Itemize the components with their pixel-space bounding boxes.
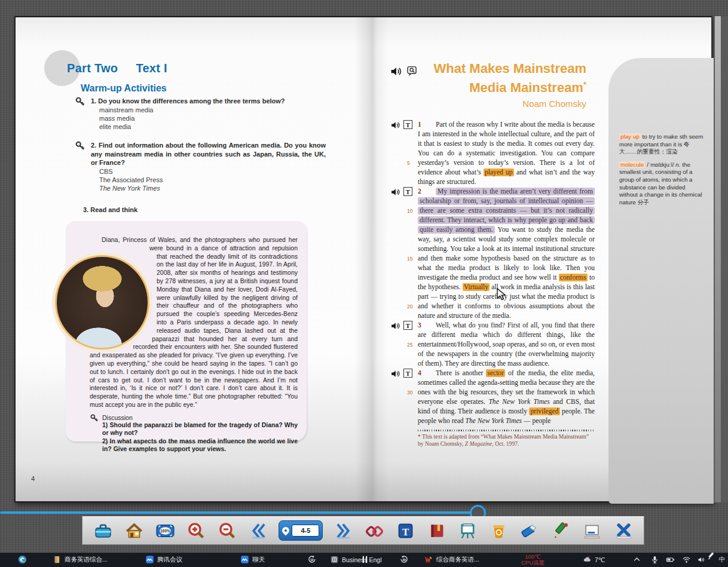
taskbar-meeting[interactable]: 腾讯会议 <box>145 553 182 567</box>
author-name: Noam Chomsky <box>407 99 586 109</box>
audio-icon[interactable] <box>390 120 400 130</box>
line-number: 5 <box>407 158 410 168</box>
warmup-heading: Warm-up Activities <box>81 83 167 94</box>
reading-box: Diana, Princess of Wales, and the photog… <box>66 221 307 442</box>
text-marker-icon[interactable]: T <box>403 321 412 330</box>
zoom-in-button[interactable] <box>185 520 207 541</box>
vocab-pronunciation: /ˈmɒlɪkjuːl/ <box>647 161 674 168</box>
paragraph-number: 1 <box>418 120 436 130</box>
screen: Part TwoText I Warm-up Activities 1. Do … <box>0 0 728 567</box>
speaker-icon <box>697 555 706 565</box>
page-number-left: 4 <box>31 475 35 482</box>
activity-number: 2. <box>91 142 96 149</box>
taskbar-app-5[interactable]: 综合商务英语... <box>424 553 479 567</box>
vocab-list: play upto try to make sth seem more impo… <box>608 58 714 206</box>
minimize-panel-button[interactable] <box>582 520 603 541</box>
skip-forward-20-icon: 20 <box>399 555 408 565</box>
audio-icon[interactable] <box>390 187 400 197</box>
footnote-divider <box>418 430 595 431</box>
weather-widget[interactable]: 7℃ <box>583 553 605 567</box>
zoom-reset-button[interactable]: 100% <box>154 520 176 541</box>
line-number: 15 <box>407 254 412 263</box>
whiteboard-button[interactable] <box>457 520 479 541</box>
taskbar: 商务英语综合... 腾讯会议 聊天 10 Business Engl 20 综合… <box>0 553 728 567</box>
taskbar-app-4[interactable]: Business Engl <box>330 553 382 567</box>
text-marker-icon[interactable]: T <box>403 187 412 196</box>
microphone-icon <box>650 555 659 565</box>
pen-cursor-icon <box>707 551 716 562</box>
vocab-term: play up <box>619 133 641 140</box>
skip-back-10-icon: 10 <box>308 555 317 565</box>
mouse-cursor <box>495 288 507 301</box>
pause-icon <box>360 555 369 565</box>
home-button[interactable] <box>123 520 145 541</box>
previous-page-button[interactable] <box>247 520 269 541</box>
trash-button[interactable] <box>488 520 510 541</box>
key-icon <box>75 96 87 108</box>
close-button[interactable] <box>613 520 634 541</box>
audio-icon[interactable] <box>390 369 400 379</box>
page-gutter <box>355 17 389 501</box>
pen-button[interactable] <box>550 520 572 541</box>
book-spread: Part TwoText I Warm-up Activities 1. Do … <box>14 16 712 502</box>
toolbox-button[interactable] <box>92 520 114 541</box>
vocab-pos: n. <box>675 161 680 168</box>
text-title-block: What Makes Mainstream Media Mainstream* … <box>407 60 586 109</box>
eraser-button[interactable] <box>519 520 541 541</box>
tray-ime[interactable]: 中 <box>719 553 726 567</box>
key-icon <box>90 413 100 424</box>
taskbar-app-1[interactable]: 商务英语综合... <box>53 553 108 567</box>
window-edge <box>714 16 728 502</box>
paragraph-number: 3 <box>418 321 436 330</box>
pen-cursor <box>707 549 716 563</box>
line-number: 30 <box>407 388 412 397</box>
zoom-out-button[interactable] <box>216 520 238 541</box>
text-column: T 5 1Part of the reason why I write abou… <box>418 120 595 448</box>
tray-battery[interactable] <box>666 553 675 567</box>
part-title: Part TwoText I <box>67 62 167 75</box>
vocab-entry: play upto try to make sth seem more impo… <box>619 133 705 156</box>
text-tool-button[interactable]: T <box>395 520 417 541</box>
taskbar-edge[interactable] <box>18 553 27 567</box>
tray-wifi[interactable] <box>682 553 691 567</box>
activity-question: Find out information about the following… <box>91 142 326 166</box>
paragraph-3: T 25 3Well, what do you find? First of a… <box>418 321 595 369</box>
annotation-line <box>0 511 471 514</box>
weather-icon <box>583 555 592 565</box>
chevron-up-icon <box>632 555 641 565</box>
page-indicator[interactable]: 4-5 <box>279 520 323 541</box>
paragraph-4: T 30 4There is another sector of the med… <box>418 369 595 426</box>
paragraph-1: T 5 1Part of the reason why I write abou… <box>418 120 595 187</box>
dictionary-button[interactable] <box>426 520 448 541</box>
wifi-icon <box>682 555 691 565</box>
tray-volume[interactable] <box>697 553 706 567</box>
audio-icon[interactable] <box>390 321 400 331</box>
line-number: 10 <box>407 206 412 216</box>
audio-icon[interactable] <box>390 65 402 78</box>
text-marker-icon[interactable]: T <box>403 120 412 129</box>
media-skip-back[interactable]: 10 <box>308 553 317 567</box>
activity-option: The Associated Press <box>99 176 326 184</box>
annotation-toolbar: 100% 4-5 T <box>82 516 644 545</box>
next-page-button[interactable] <box>332 520 354 541</box>
discussion-label: Discussion <box>102 414 298 421</box>
wps-icon <box>424 555 433 565</box>
activity-3: 3. Read and think <box>83 206 137 213</box>
media-pause[interactable] <box>360 553 369 567</box>
discussion-question: 2) In what aspects do the mass media inf… <box>102 437 298 453</box>
taskbar-chat[interactable]: 聊天 <box>240 553 265 567</box>
cpu-temp-label: CPU温度 <box>521 560 545 566</box>
tray-expand[interactable] <box>632 553 641 567</box>
tray-mic[interactable] <box>650 553 659 567</box>
title-asterisk: * <box>583 80 586 89</box>
key-icon <box>75 140 87 152</box>
diana-photo <box>55 255 149 350</box>
paragraph-text: Part of the reason why I write about the… <box>418 121 595 186</box>
page-range-box[interactable]: 4-5 <box>292 525 319 537</box>
tencent-chat-icon <box>240 555 249 565</box>
media-skip-forward[interactable]: 20 <box>399 553 408 567</box>
text-marker-icon[interactable]: T <box>403 369 412 378</box>
activity-option: The New York Times <box>99 184 326 192</box>
link-button[interactable] <box>364 520 386 541</box>
cpu-temp-widget[interactable]: 100℃CPU温度 <box>521 553 545 567</box>
